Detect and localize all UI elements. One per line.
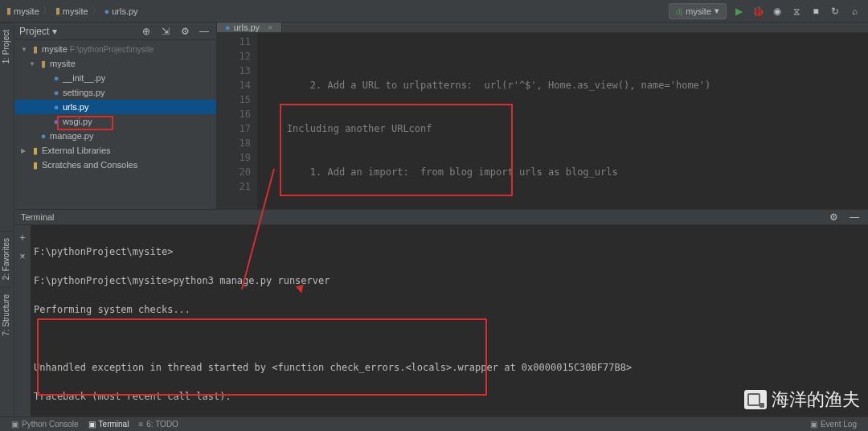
- left-tool-strip: 1: Project 2: Favorites 7: Structure: [0, 23, 14, 417]
- breadcrumb-sep: 〉: [43, 4, 52, 18]
- terminal-header: Terminal ⚙ —: [14, 210, 868, 225]
- main-split: Project ▾ ⊕ ⇲ ⚙ — ▼▮mysite F:\pythonProj…: [14, 23, 868, 209]
- tree-scratches[interactable]: ▮Scratches and Consoles: [14, 158, 216, 172]
- toolbar-right: dj mysite ▾ ▶ 🐞 ◉ ⧖ ■ ↻ ⌕: [669, 3, 868, 19]
- python-icon: ●: [50, 117, 63, 126]
- library-icon: ▮: [29, 146, 42, 156]
- tree-file-manage[interactable]: ●manage.py: [14, 129, 216, 143]
- hide-icon[interactable]: —: [197, 24, 211, 39]
- structure-tool-tab[interactable]: 7: Structure: [0, 287, 12, 343]
- tree-file-wsgi[interactable]: ●wsgi.py: [14, 114, 216, 129]
- run-config-selector[interactable]: dj mysite ▾: [669, 3, 727, 19]
- project-panel-header: Project ▾ ⊕ ⇲ ⚙ —: [14, 23, 216, 40]
- status-bar: ▣Python Console ▣Terminal ≡6: TODO ▣Even…: [0, 417, 868, 431]
- terminal-body: ＋ × F:\pythonProject\mysite> F:\pythonPr…: [14, 225, 868, 431]
- terminal-tab[interactable]: ▣Terminal: [84, 420, 134, 429]
- python-icon: ●: [37, 131, 50, 141]
- coverage-button[interactable]: ◉: [770, 4, 784, 18]
- editor-tab-urls[interactable]: ● urls.py ×: [217, 23, 282, 32]
- add-tab-icon[interactable]: ＋: [15, 230, 30, 244]
- scratch-icon: ▮: [29, 160, 42, 170]
- annotation-box-code: [280, 104, 513, 196]
- run-button[interactable]: ▶: [731, 4, 746, 18]
- gear-icon[interactable]: ⚙: [826, 210, 841, 224]
- log-icon: ▣: [810, 420, 817, 429]
- collapse-all-icon[interactable]: ⇲: [158, 24, 173, 39]
- close-tab-icon[interactable]: ×: [268, 23, 272, 32]
- editor-tabs: ● urls.py ×: [217, 23, 868, 33]
- favorites-tool-tab[interactable]: 2: Favorites: [0, 231, 12, 286]
- python-icon: ●: [50, 102, 63, 112]
- chevron-down-icon[interactable]: ▾: [52, 26, 57, 37]
- terminal-gutter: ＋ ×: [14, 225, 31, 431]
- python-icon: ●: [225, 23, 231, 32]
- breadcrumb-sep: 〉: [92, 4, 101, 18]
- stop-button[interactable]: ■: [809, 4, 823, 18]
- python-icon: ●: [104, 6, 110, 16]
- chevron-down-icon: ▾: [714, 6, 719, 16]
- python-icon: ●: [50, 73, 63, 83]
- search-button[interactable]: ⌕: [847, 4, 862, 18]
- breadcrumb-folder[interactable]: ▮mysite: [55, 6, 88, 16]
- terminal-content[interactable]: F:\pythonProject\mysite> F:\pythonProjec…: [31, 225, 868, 431]
- folder-icon: ▮: [6, 6, 11, 16]
- terminal-icon: ▣: [88, 420, 96, 429]
- terminal-title: Terminal: [21, 212, 55, 222]
- tree-root[interactable]: ▼▮mysite F:\pythonProject\mysite: [14, 42, 216, 56]
- update-button[interactable]: ↻: [828, 4, 842, 18]
- close-tab-icon[interactable]: ×: [15, 249, 30, 264]
- breadcrumb: ▮mysite 〉 ▮mysite 〉 ●urls.py: [0, 4, 138, 18]
- terminal-panel: Terminal ⚙ — ＋ × F:\pythonProject\mysite…: [14, 209, 868, 417]
- scroll-to-source-icon[interactable]: ⊕: [139, 24, 154, 39]
- project-tree: ▼▮mysite F:\pythonProject\mysite ▼▮mysit…: [14, 40, 216, 174]
- todo-tab[interactable]: ≡6: TODO: [133, 420, 183, 429]
- folder-icon: ▮: [37, 59, 50, 69]
- editor-area: ● urls.py × 1112131415161718192021 2. Ad…: [217, 23, 868, 209]
- django-icon: dj: [676, 6, 683, 16]
- console-icon: ▣: [11, 420, 18, 429]
- breadcrumb-project[interactable]: ▮mysite: [6, 6, 39, 16]
- folder-icon: ▮: [29, 44, 42, 55]
- tree-file-init[interactable]: ●__init__.py: [14, 71, 216, 85]
- project-panel: Project ▾ ⊕ ⇲ ⚙ — ▼▮mysite F:\pythonProj…: [14, 23, 217, 209]
- python-console-tab[interactable]: ▣Python Console: [6, 420, 84, 429]
- tree-external-libs[interactable]: ▶▮External Libraries: [14, 143, 216, 158]
- annotation-box-terminal: [37, 318, 487, 396]
- tree-app-folder[interactable]: ▼▮mysite: [14, 56, 216, 71]
- profile-button[interactable]: ⧖: [789, 4, 804, 18]
- debug-button[interactable]: 🐞: [751, 4, 765, 18]
- folder-icon: ▮: [55, 6, 60, 16]
- todo-icon: ≡: [138, 420, 143, 429]
- tree-file-urls[interactable]: ●urls.py: [14, 100, 216, 114]
- event-log-tab[interactable]: ▣Event Log: [805, 420, 862, 429]
- top-toolbar: ▮mysite 〉 ▮mysite 〉 ●urls.py dj mysite ▾…: [0, 0, 868, 23]
- settings-icon[interactable]: ⚙: [178, 24, 192, 39]
- tree-file-settings[interactable]: ●settings.py: [14, 85, 216, 100]
- hide-icon[interactable]: —: [847, 210, 862, 224]
- project-title: Project: [19, 26, 49, 37]
- project-tool-tab[interactable]: 1: Project: [0, 23, 12, 70]
- breadcrumb-file[interactable]: ●urls.py: [104, 6, 138, 16]
- python-icon: ●: [50, 88, 63, 97]
